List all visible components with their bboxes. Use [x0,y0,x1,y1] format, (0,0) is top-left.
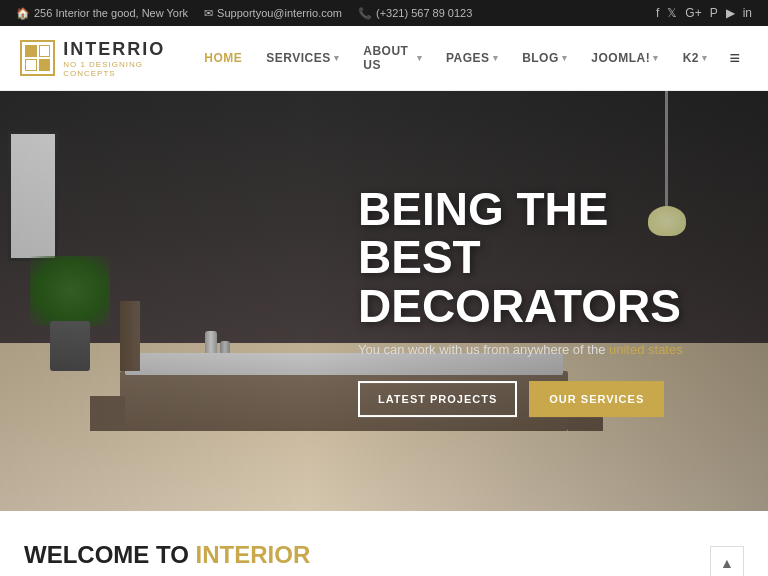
chevron-down-icon: ▾ [417,53,423,63]
social-icons: f 𝕏 G+ P ▶ in [656,6,752,20]
phone-icon: 📞 [358,7,372,20]
hero-content: BEING THE BEST DECORATORS You can work w… [358,185,738,417]
latest-projects-button[interactable]: LATEST PROJECTS [358,381,517,417]
nav-blog[interactable]: BLOG ▾ [512,43,577,73]
logo-tagline: NO 1 DESIGNING CONCEPTS [63,60,194,78]
nav-pages[interactable]: PAGES ▾ [436,43,508,73]
twitter-icon[interactable]: 𝕏 [667,6,677,20]
building-icon: 🏠 [16,7,30,20]
phone-text: (+321) 567 89 0123 [376,7,472,19]
logo-icon [20,40,55,76]
nav-services[interactable]: SERVICES ▾ [256,43,349,73]
top-bar-info: 🏠 256 Interior the good, New York ✉ Supp… [16,7,472,20]
chevron-down-icon: ▾ [702,53,708,63]
nav-home[interactable]: HOME [194,43,252,73]
main-nav: HOME SERVICES ▾ ABOUT US ▾ PAGES ▾ BLOG … [194,36,748,80]
logo-sq1 [25,45,37,57]
facebook-icon[interactable]: f [656,6,659,20]
linkedin-icon[interactable]: in [743,6,752,20]
logo[interactable]: INTERRIO NO 1 DESIGNING CONCEPTS [20,39,194,78]
hero-title: BEING THE BEST DECORATORS [358,185,738,330]
hero-buttons: LATEST PROJECTS OUR SERVICES [358,381,738,417]
chevron-down-icon: ▾ [653,53,659,63]
hero-subtitle: You can work with us from anywhere of th… [358,342,738,357]
welcome-title: WELCOME TO INTERIOR [24,541,744,569]
logo-brand: INTERRIO [63,39,194,60]
logo-sq2 [39,45,51,57]
phone-item: 📞 (+321) 567 89 0123 [358,7,472,20]
hero-section: BEING THE BEST DECORATORS You can work w… [0,91,768,511]
email-text: Supportyou@interrio.com [217,7,342,19]
youtube-icon[interactable]: ▶ [726,6,735,20]
header: INTERRIO NO 1 DESIGNING CONCEPTS HOME SE… [0,26,768,91]
chevron-down-icon: ▾ [334,53,340,63]
hamburger-menu[interactable]: ≡ [721,44,748,73]
our-services-button[interactable]: OUR SERVICES [529,381,664,417]
nav-about[interactable]: ABOUT US ▾ [353,36,432,80]
chevron-down-icon: ▾ [493,53,499,63]
email-icon: ✉ [204,7,213,20]
below-hero-section: WELCOME TO INTERIOR ▲ [0,511,768,576]
welcome-accent: INTERIOR [196,541,311,568]
logo-text: INTERRIO NO 1 DESIGNING CONCEPTS [63,39,194,78]
address-text: 256 Interior the good, New York [34,7,188,19]
chevron-down-icon: ▾ [562,53,568,63]
address-item: 🏠 256 Interior the good, New York [16,7,188,20]
top-bar: 🏠 256 Interior the good, New York ✉ Supp… [0,0,768,26]
pinterest-icon[interactable]: P [710,6,718,20]
googleplus-icon[interactable]: G+ [685,6,701,20]
logo-sq3 [25,59,37,71]
logo-sq4 [39,59,51,71]
nav-joomla[interactable]: JOOMLA! ▾ [581,43,668,73]
scroll-top-button[interactable]: ▲ [710,546,744,576]
hero-highlight: united states [609,342,683,357]
email-item: ✉ Supportyou@interrio.com [204,7,342,20]
nav-k2[interactable]: K2 ▾ [673,43,718,73]
